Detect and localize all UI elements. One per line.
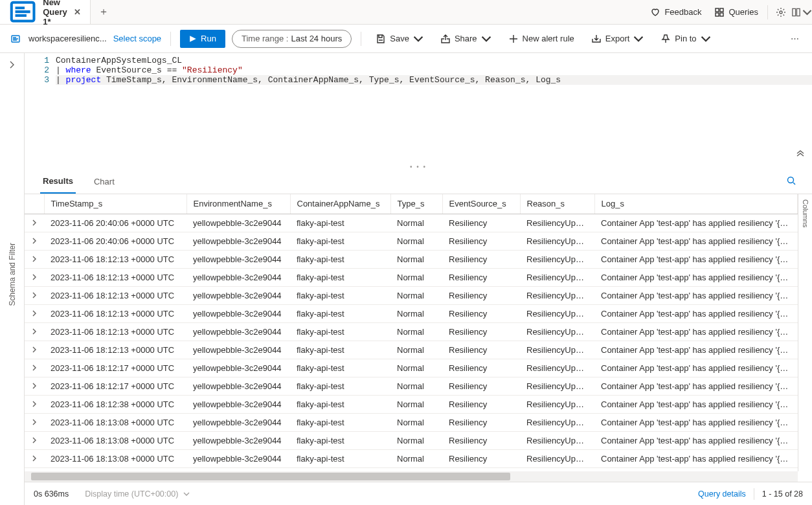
cell: ResiliencyUpdate: [520, 214, 594, 232]
query-editor[interactable]: 123 ContainerAppSystemLogs_CL| where Eve…: [25, 53, 812, 163]
settings-button[interactable]: [771, 2, 791, 23]
expand-row-button[interactable]: [25, 286, 44, 304]
splitter[interactable]: • • •: [25, 163, 812, 170]
column-header[interactable]: Log_s: [594, 194, 798, 214]
chevron-up-double-icon: [796, 149, 804, 157]
play-icon: [189, 35, 197, 43]
tab-results[interactable]: Results: [40, 170, 76, 194]
cell: Normal: [390, 377, 442, 395]
tab-title: New Query 1*: [43, 0, 67, 27]
expand-row-button[interactable]: [25, 232, 44, 250]
schema-filter-tab[interactable]: Schema and Filter: [8, 243, 17, 306]
run-button[interactable]: Run: [180, 30, 225, 48]
code-area[interactable]: ContainerAppSystemLogs_CL| where EventSo…: [56, 53, 812, 163]
expand-row-button[interactable]: [25, 449, 44, 467]
expand-row-button[interactable]: [25, 377, 44, 395]
cell: yellowpebble-3c2e9044: [186, 431, 290, 449]
cell: flaky-api-test: [290, 413, 390, 431]
table-row[interactable]: 2023-11-06 18:13:08 +0000 UTCyellowpebbl…: [25, 431, 798, 449]
table-row[interactable]: 2023-11-06 18:12:17 +0000 UTCyellowpebbl…: [25, 377, 798, 395]
expand-row-button[interactable]: [25, 214, 44, 232]
cell: Resiliency: [442, 286, 520, 304]
workbook-button[interactable]: [791, 2, 812, 23]
new-tab-button[interactable]: ＋: [91, 5, 117, 19]
column-header[interactable]: Type_s: [390, 194, 442, 214]
cell: Normal: [390, 268, 442, 286]
table-row[interactable]: 2023-11-06 18:13:08 +0000 UTCyellowpebbl…: [25, 413, 798, 431]
queries-label: Queries: [728, 7, 758, 17]
query-details-link[interactable]: Query details: [698, 489, 746, 499]
column-header[interactable]: EnvironmentName_s: [186, 194, 290, 214]
expand-row-button[interactable]: [25, 395, 44, 413]
feedback-label: Feedback: [664, 7, 701, 17]
tab-chart[interactable]: Chart: [91, 170, 117, 194]
run-label: Run: [201, 34, 216, 43]
query-tab[interactable]: New Query 1* ✕: [0, 0, 91, 24]
table-row[interactable]: 2023-11-06 18:12:17 +0000 UTCyellowpebbl…: [25, 359, 798, 377]
new-alert-button[interactable]: New alert rule: [503, 28, 580, 49]
table-row[interactable]: 2023-11-06 18:13:08 +0000 UTCyellowpebbl…: [25, 449, 798, 467]
table-row[interactable]: 2023-11-06 20:40:06 +0000 UTCyellowpebbl…: [25, 214, 798, 232]
column-header[interactable]: Reason_s: [520, 194, 594, 214]
cell: ResiliencyUpdate: [520, 268, 594, 286]
save-button[interactable]: Save: [370, 28, 429, 49]
pin-label: Pin to: [675, 34, 696, 43]
save-label: Save: [390, 34, 409, 43]
collapse-editor-button[interactable]: [796, 149, 804, 159]
expand-row-button[interactable]: [25, 268, 44, 286]
share-label: Share: [455, 34, 477, 43]
more-button[interactable]: ⋯: [785, 28, 806, 49]
workspace-name[interactable]: workspaceresilienc...: [28, 34, 107, 43]
cell: Container App 'test-app' has applied res…: [594, 431, 798, 449]
expand-row-button[interactable]: [25, 359, 44, 377]
expand-row-button[interactable]: [25, 250, 44, 268]
expand-row-button[interactable]: [25, 431, 44, 449]
cell: Container App 'test-app' has applied res…: [594, 413, 798, 431]
cell: Resiliency: [442, 377, 520, 395]
display-time[interactable]: Display time (UTC+00:00): [85, 489, 190, 499]
table-row[interactable]: 2023-11-06 18:12:13 +0000 UTCyellowpebbl…: [25, 286, 798, 304]
export-button[interactable]: Export: [586, 28, 649, 49]
expand-sidebar-button[interactable]: [5, 57, 20, 74]
cell: Resiliency: [442, 304, 520, 322]
select-scope-link[interactable]: Select scope: [113, 34, 161, 43]
expand-row-button[interactable]: [25, 341, 44, 359]
expand-row-button[interactable]: [25, 413, 44, 431]
column-header[interactable]: [25, 194, 44, 214]
feedback-link[interactable]: Feedback: [644, 0, 708, 24]
cell: yellowpebble-3c2e9044: [186, 268, 290, 286]
column-header[interactable]: TimeStamp_s: [44, 194, 186, 214]
columns-panel-toggle[interactable]: Columns: [798, 194, 812, 471]
time-range-label: Time range :: [242, 34, 289, 43]
chevron-down-icon: [633, 34, 644, 44]
table-row[interactable]: 2023-11-06 18:12:13 +0000 UTCyellowpebbl…: [25, 250, 798, 268]
horizontal-scrollbar[interactable]: [25, 471, 798, 482]
separator: [767, 5, 768, 19]
table-row[interactable]: 2023-11-06 18:12:13 +0000 UTCyellowpebbl…: [25, 304, 798, 322]
search-button[interactable]: [786, 175, 796, 188]
expand-row-button[interactable]: [25, 322, 44, 341]
scrollbar-thumb[interactable]: [31, 473, 510, 480]
cell: 2023-11-06 18:12:13 +0000 UTC: [44, 250, 186, 268]
table-row[interactable]: 2023-11-06 18:12:13 +0000 UTCyellowpebbl…: [25, 322, 798, 341]
svg-point-7: [788, 177, 794, 183]
share-button[interactable]: Share: [435, 28, 497, 49]
queries-link[interactable]: Queries: [708, 0, 765, 24]
export-label: Export: [605, 34, 630, 43]
svg-rect-3: [716, 13, 719, 16]
cell: Resiliency: [442, 413, 520, 431]
cell: ResiliencyUpdate: [520, 341, 594, 359]
chevron-down-icon: [701, 34, 711, 44]
column-header[interactable]: EventSource_s: [442, 194, 520, 214]
time-range-picker[interactable]: Time range : Last 24 hours: [232, 30, 352, 48]
chevron-down-icon: [413, 34, 423, 44]
column-header[interactable]: ContainerAppName_s: [290, 194, 390, 214]
expand-row-button[interactable]: [25, 304, 44, 322]
results-grid: TimeStamp_sEnvironmentName_sContainerApp…: [25, 194, 812, 471]
close-tab-icon[interactable]: ✕: [73, 6, 82, 18]
table-row[interactable]: 2023-11-06 18:12:13 +0000 UTCyellowpebbl…: [25, 341, 798, 359]
table-row[interactable]: 2023-11-06 18:12:38 +0000 UTCyellowpebbl…: [25, 395, 798, 413]
table-row[interactable]: 2023-11-06 20:40:06 +0000 UTCyellowpebbl…: [25, 232, 798, 250]
pin-button[interactable]: Pin to: [655, 28, 716, 49]
table-row[interactable]: 2023-11-06 18:12:13 +0000 UTCyellowpebbl…: [25, 268, 798, 286]
